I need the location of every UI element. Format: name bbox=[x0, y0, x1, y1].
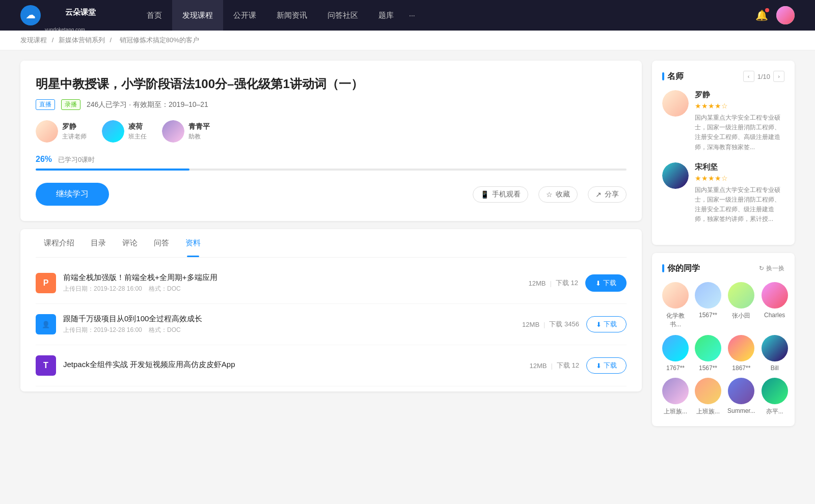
refresh-icon: ↻ bbox=[759, 265, 764, 272]
bell-icon[interactable]: 🔔 bbox=[755, 9, 768, 21]
share-label: 分享 bbox=[605, 190, 619, 199]
student-11[interactable]: 亦平... bbox=[762, 378, 788, 416]
student-1[interactable]: 1567** bbox=[695, 282, 721, 329]
teacher-role-2: 助教 bbox=[188, 132, 210, 141]
resource-size-0: 12MB bbox=[529, 279, 546, 287]
tabs-section: 课程介绍 目录 评论 问答 资料 P 前端全栈加强版！前端全栈+全周期+多端应用… bbox=[20, 229, 642, 391]
teacher-2: 青青平 助教 bbox=[162, 120, 210, 143]
continue-button[interactable]: 继续学习 bbox=[36, 183, 109, 206]
breadcrumb-current: 销冠修炼术搞定80%的客户 bbox=[120, 36, 199, 44]
student-name-1: 1567** bbox=[699, 312, 717, 319]
nav-qa[interactable]: 问答社区 bbox=[317, 0, 368, 31]
student-5[interactable]: 1567** bbox=[695, 335, 721, 372]
progress-percent: 26% bbox=[36, 155, 52, 163]
nav-news[interactable]: 新闻资讯 bbox=[266, 0, 317, 31]
teacher-panel-avatar-0 bbox=[662, 90, 689, 117]
student-name-2: 张小田 bbox=[732, 312, 750, 320]
right-panel: 名师 ‹ 1/10 › 罗静 ★★★★☆ 国内某重点大学安全工程专业硕士，国家一… bbox=[652, 61, 795, 434]
collect-button[interactable]: ☆ 收藏 bbox=[538, 186, 578, 203]
student-6[interactable]: 1867** bbox=[727, 335, 755, 372]
teacher-panel-name-1: 宋利坚 bbox=[695, 162, 784, 172]
resource-meta-0: 上传日期：2019-12-28 16:00 格式：DOC bbox=[63, 285, 522, 293]
student-name-5: 1567** bbox=[699, 365, 717, 372]
resource-icon-2: T bbox=[36, 355, 56, 376]
resource-item-0: P 前端全栈加强版！前端全栈+全周期+多端应用 上传日期：2019-12-28 … bbox=[36, 263, 627, 304]
refresh-button[interactable]: ↻ 换一换 bbox=[759, 264, 784, 273]
student-name-4: 1767** bbox=[666, 365, 685, 372]
student-name-0: 化学教书... bbox=[662, 312, 689, 329]
tab-catalog[interactable]: 目录 bbox=[83, 229, 114, 257]
logo-icon: ☁ bbox=[20, 5, 41, 25]
teacher-role-0: 主讲老师 bbox=[62, 132, 87, 141]
user-avatar[interactable] bbox=[776, 6, 795, 24]
nav-discover[interactable]: 发现课程 bbox=[172, 0, 223, 31]
breadcrumb: 发现课程 / 新媒体营销系列 / 销冠修炼术搞定80%的客户 bbox=[0, 31, 815, 50]
resource-icon-1: 👤 bbox=[36, 314, 56, 334]
teacher-stars-0: ★★★★☆ bbox=[695, 102, 784, 110]
resource-downloads-2: 下载 12 bbox=[557, 361, 579, 370]
student-7[interactable]: Bill bbox=[762, 335, 788, 372]
download-button-0[interactable]: ⬇ 下载 bbox=[585, 274, 627, 292]
teacher-avatar-2 bbox=[162, 120, 184, 143]
tab-intro[interactable]: 课程介绍 bbox=[36, 229, 83, 257]
student-10[interactable]: Summer... bbox=[727, 378, 755, 416]
course-card: 明星中教授课，小学阶段语法100分–强化级第1讲动词（一） 直播 录播 246人… bbox=[20, 61, 642, 221]
phone-icon: 📱 bbox=[480, 190, 489, 199]
student-name-9: 上班族... bbox=[696, 407, 720, 416]
resource-stats-0: 12MB | 下载 12 bbox=[529, 278, 578, 288]
student-9[interactable]: 上班族... bbox=[695, 378, 721, 416]
resource-item-2: T Jetpack全组件实战 开发短视频应用高仿皮皮虾App 12MB | 下载… bbox=[36, 345, 627, 386]
logo-text: 云朵课堂 yundoketang.com bbox=[45, 0, 116, 33]
nav-public[interactable]: 公开课 bbox=[223, 0, 266, 31]
student-name-10: Summer... bbox=[727, 407, 755, 414]
teacher-info-1: 凌荷 班主任 bbox=[128, 122, 147, 141]
course-actions: 继续学习 📱 手机观看 ☆ 收藏 ↗ 分享 bbox=[36, 183, 627, 206]
nav-quiz[interactable]: 题库 bbox=[368, 0, 404, 31]
resource-stats-1: 12MB | 下载 3456 bbox=[522, 320, 579, 329]
tab-comments[interactable]: 评论 bbox=[114, 229, 146, 257]
nav-home[interactable]: 首页 bbox=[137, 0, 172, 31]
resource-info-2: Jetpack全组件实战 开发短视频应用高仿皮皮虾App bbox=[63, 360, 523, 372]
logo[interactable]: ☁ 云朵课堂 yundoketang.com bbox=[20, 0, 116, 33]
teacher-panel-avatar-1 bbox=[662, 162, 689, 189]
teacher-desc-1: 国内某重点大学安全工程专业硕士，国家一级注册消防工程师、注册安全工程师、级注册建… bbox=[695, 185, 784, 225]
student-avatar-3 bbox=[762, 282, 788, 309]
breadcrumb-sep2: / bbox=[110, 36, 113, 44]
prev-teacher-btn[interactable]: ‹ bbox=[743, 71, 754, 82]
teacher-1: 凌荷 班主任 bbox=[102, 120, 147, 143]
student-2[interactable]: 张小田 bbox=[727, 282, 755, 329]
avatar-image bbox=[776, 6, 795, 24]
teachers-pagination: ‹ 1/10 › bbox=[743, 71, 784, 82]
phone-watch-button[interactable]: 📱 手机观看 bbox=[473, 186, 528, 203]
breadcrumb-series[interactable]: 新媒体营销系列 bbox=[59, 36, 105, 44]
student-name-8: 上班族... bbox=[664, 407, 687, 416]
student-3[interactable]: Charles bbox=[762, 282, 788, 329]
next-teacher-btn[interactable]: › bbox=[773, 71, 784, 82]
teacher-name-2: 青青平 bbox=[188, 122, 210, 131]
student-8[interactable]: 上班族... bbox=[662, 378, 689, 416]
progress-section: 26% 已学习0课时 bbox=[36, 155, 627, 171]
nav-more[interactable]: ··· bbox=[404, 0, 420, 31]
tabs: 课程介绍 目录 评论 问答 资料 bbox=[36, 229, 627, 258]
resource-downloads-0: 下载 12 bbox=[556, 278, 578, 288]
student-4[interactable]: 1767** bbox=[662, 335, 689, 372]
header-right: 🔔 bbox=[755, 6, 795, 24]
teacher-avatar-1 bbox=[102, 120, 124, 143]
teacher-avatar-0 bbox=[36, 120, 58, 143]
resource-name-2: Jetpack全组件实战 开发短视频应用高仿皮皮虾App bbox=[63, 360, 523, 370]
resource-downloads-1: 下载 3456 bbox=[549, 320, 579, 329]
student-name-6: 1867** bbox=[732, 365, 750, 372]
download-button-1[interactable]: ⬇ 下载 bbox=[586, 316, 627, 332]
resources-list: P 前端全栈加强版！前端全栈+全周期+多端应用 上传日期：2019-12-28 … bbox=[36, 258, 627, 391]
tab-qa[interactable]: 问答 bbox=[146, 229, 177, 257]
share-button[interactable]: ↗ 分享 bbox=[588, 186, 627, 203]
course-meta: 直播 录播 246人已学习 · 有效期至：2019–10–21 bbox=[36, 99, 627, 110]
download-button-2[interactable]: ⬇ 下载 bbox=[586, 357, 627, 374]
progress-bar-bg bbox=[36, 169, 627, 171]
tab-resources[interactable]: 资料 bbox=[177, 229, 209, 257]
teacher-0: 罗静 主讲老师 bbox=[36, 120, 87, 143]
resource-size-1: 12MB bbox=[522, 321, 539, 328]
student-name-7: Bill bbox=[771, 365, 779, 372]
breadcrumb-discover[interactable]: 发现课程 bbox=[20, 36, 47, 44]
student-0[interactable]: 化学教书... bbox=[662, 282, 689, 329]
